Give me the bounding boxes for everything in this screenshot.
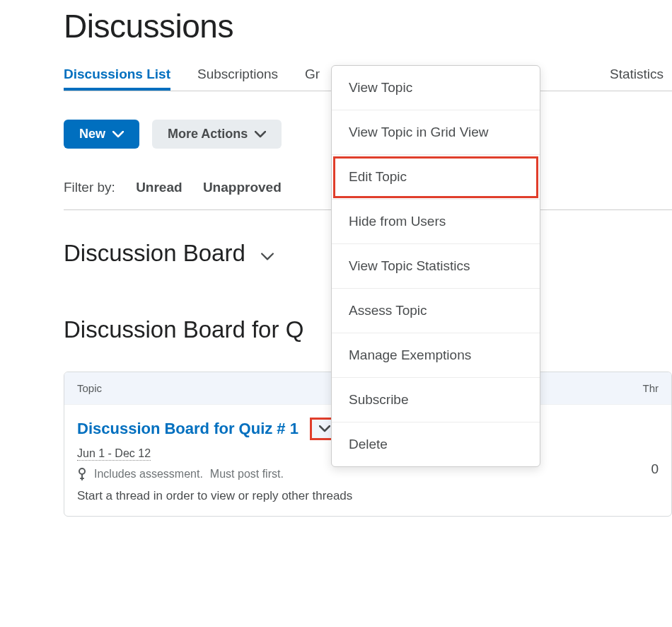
- more-actions-button[interactable]: More Actions: [152, 120, 282, 149]
- assessment-text: Includes assessment.: [94, 468, 203, 481]
- menu-hide-from-users[interactable]: Hide from Users: [332, 200, 540, 244]
- tab-discussions-list[interactable]: Discussions List: [64, 67, 170, 91]
- filter-unread[interactable]: Unread: [136, 180, 182, 195]
- discussion-board-heading-text: Discussion Board: [64, 240, 245, 267]
- threads-count: 0: [651, 461, 659, 477]
- chevron-down-icon: [255, 131, 266, 138]
- more-actions-label: More Actions: [168, 127, 248, 142]
- new-button-label: New: [79, 127, 105, 142]
- tab-statistics[interactable]: Statistics: [610, 67, 664, 91]
- filter-label: Filter by:: [64, 180, 115, 195]
- new-button[interactable]: New: [64, 120, 139, 149]
- menu-view-topic[interactable]: View Topic: [332, 66, 540, 110]
- menu-view-statistics[interactable]: View Topic Statistics: [332, 244, 540, 289]
- date-range: Jun 1 - Dec 12: [77, 447, 151, 461]
- must-post-text: Must post first.: [210, 468, 284, 481]
- menu-view-topic-grid[interactable]: View Topic in Grid View: [332, 110, 540, 155]
- topic-context-menu: View Topic View Topic in Grid View Edit …: [331, 65, 540, 467]
- chevron-down-icon[interactable]: [261, 240, 274, 267]
- menu-assess-topic[interactable]: Assess Topic: [332, 289, 540, 333]
- svg-point-0: [79, 468, 85, 474]
- key-icon: [77, 468, 87, 481]
- menu-delete[interactable]: Delete: [332, 422, 540, 466]
- tab-group[interactable]: Gr: [305, 67, 320, 91]
- page-title: Discussions: [64, 7, 672, 45]
- filter-unapproved[interactable]: Unapproved: [203, 180, 282, 195]
- col-threads: Thr: [643, 382, 659, 394]
- topic-link[interactable]: Discussion Board for Quiz # 1: [77, 420, 299, 438]
- menu-subscribe[interactable]: Subscribe: [332, 378, 540, 422]
- tab-subscriptions[interactable]: Subscriptions: [197, 67, 278, 91]
- menu-manage-exemptions[interactable]: Manage Exemptions: [332, 333, 540, 378]
- topic-description: Start a thread in order to view or reply…: [77, 489, 659, 503]
- menu-edit-topic[interactable]: Edit Topic: [332, 155, 540, 200]
- chevron-down-icon: [112, 131, 124, 138]
